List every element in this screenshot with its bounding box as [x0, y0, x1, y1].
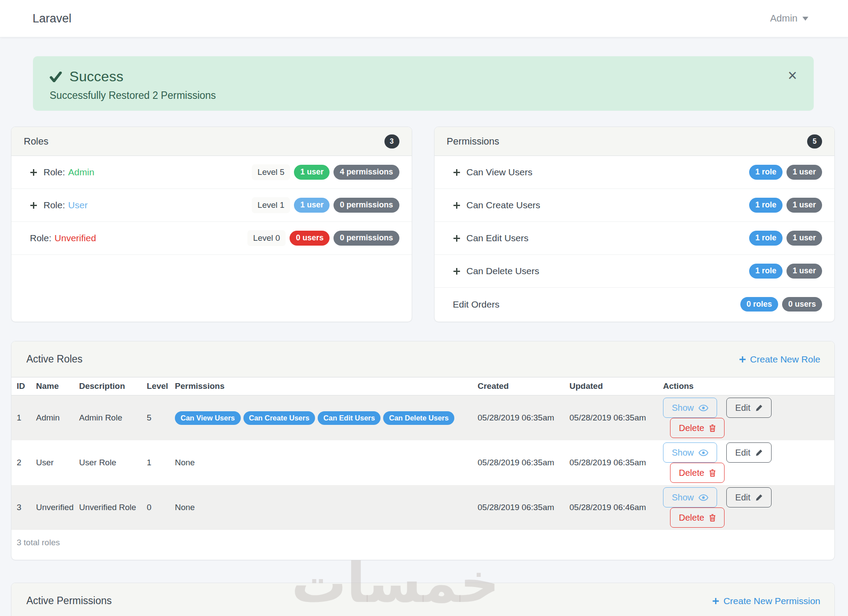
users-count-pill: 1 user: [294, 198, 330, 213]
trash-icon: [709, 469, 716, 477]
permission-name: Can Create Users: [467, 200, 540, 210]
users-count-pill: 1 user: [786, 231, 822, 246]
users-count-pill: 0 users: [782, 297, 822, 312]
role-row-unverified: Role: Unverified Level 0 0 users 0 permi…: [11, 222, 412, 255]
roles-card: Roles 3 Role: Admin Level 5 1 user 4 per…: [11, 127, 412, 322]
edit-button[interactable]: Edit: [726, 487, 771, 507]
cell-level: 5: [142, 395, 170, 441]
expand-plus-icon[interactable]: [453, 169, 460, 176]
col-permissions: Permissions: [170, 377, 473, 395]
expand-plus-icon[interactable]: [453, 235, 460, 242]
roles-count-pill: 0 roles: [740, 297, 778, 312]
cell-created: 05/28/2019 06:35am: [473, 395, 565, 441]
summary-cards-row: Roles 3 Role: Admin Level 5 1 user 4 per…: [11, 127, 835, 322]
page-content: Success Successfully Restored 2 Permissi…: [0, 56, 848, 616]
cell-permissions: Can View UsersCan Create UsersCan Edit U…: [170, 395, 473, 441]
permission-name: Edit Orders: [453, 299, 500, 310]
permission-row: Can View Users 1 role 1 user: [435, 156, 835, 189]
user-dropdown[interactable]: Admin: [770, 13, 808, 24]
users-count-pill: 1 user: [786, 165, 822, 180]
plus-icon: [739, 356, 746, 363]
users-count-pill: 1 user: [786, 264, 822, 279]
delete-button[interactable]: Delete: [670, 463, 725, 483]
permissions-card-header: Permissions 5: [435, 127, 835, 156]
active-roles-header: Active Roles Create New Role: [11, 341, 834, 377]
cell-updated: 05/28/2019 06:35am: [565, 395, 659, 441]
expand-plus-icon[interactable]: [453, 202, 460, 209]
cell-id: 1: [11, 395, 32, 441]
cell-actions: Show Edit Delete: [659, 395, 834, 441]
cell-permissions: None: [170, 440, 473, 485]
permission-pill: Can Create Users: [243, 411, 315, 425]
eye-icon: [699, 494, 708, 501]
show-button[interactable]: Show: [663, 487, 717, 507]
table-header-row: ID Name Description Level Permissions Cr…: [11, 377, 834, 395]
col-description: Description: [75, 377, 142, 395]
role-link-admin[interactable]: Admin: [68, 167, 94, 178]
permission-pill: Can Edit Users: [318, 411, 381, 425]
active-roles-table: ID Name Description Level Permissions Cr…: [11, 377, 834, 560]
roles-count-pill: 1 role: [749, 231, 783, 246]
col-name: Name: [32, 377, 75, 395]
permission-name: Can Delete Users: [467, 266, 540, 276]
alert-title: Success: [69, 69, 123, 85]
permission-row: Can Create Users 1 role 1 user: [435, 189, 835, 222]
role-prefix: Role:: [30, 233, 51, 243]
permissions-count-pill: 0 permissions: [333, 198, 399, 213]
close-icon[interactable]: ×: [788, 68, 797, 83]
role-link-user[interactable]: User: [68, 200, 87, 210]
active-permissions-card: Active Permissions Create New Permission…: [11, 583, 835, 616]
permission-name: Can Edit Users: [467, 233, 529, 243]
delete-button[interactable]: Delete: [670, 507, 725, 528]
permissions-card-title: Permissions: [447, 136, 500, 147]
roles-card-header: Roles 3: [11, 127, 412, 156]
level-badge: Level 1: [252, 197, 290, 213]
cell-name: Unverified: [32, 485, 75, 530]
trash-icon: [709, 514, 716, 522]
cell-updated: 05/28/2019 06:46am: [565, 485, 659, 530]
col-created: Created: [473, 377, 565, 395]
role-row-admin: Role: Admin Level 5 1 user 4 permissions: [11, 156, 412, 189]
expand-plus-icon[interactable]: [30, 202, 37, 209]
pencil-icon: [755, 404, 763, 412]
show-button[interactable]: Show: [663, 442, 717, 463]
active-roles-card: Active Roles Create New Role ID Name Des…: [11, 341, 835, 560]
permissions-card: Permissions 5 Can View Users 1 role 1 us…: [434, 127, 835, 322]
cell-created: 05/28/2019 06:35am: [473, 440, 565, 485]
create-new-role-link[interactable]: Create New Role: [739, 354, 820, 365]
create-new-permission-link[interactable]: Create New Permission: [712, 596, 820, 606]
total-roles-label: 3 total roles: [11, 530, 834, 560]
role-prefix: Role:: [43, 200, 65, 210]
table-row: 2 User User Role 1 None 05/28/2019 06:35…: [11, 440, 834, 485]
show-button[interactable]: Show: [663, 398, 717, 418]
users-count-pill: 1 user: [294, 165, 330, 180]
expand-plus-icon[interactable]: [453, 268, 460, 275]
eye-icon: [699, 449, 708, 456]
users-count-pill: 1 user: [786, 198, 822, 213]
roles-count-pill: 1 role: [749, 198, 783, 213]
cell-description: Unverified Role: [75, 485, 142, 530]
edit-button[interactable]: Edit: [726, 398, 771, 418]
table-row: 1 Admin Admin Role 5 Can View UsersCan C…: [11, 395, 834, 441]
cell-actions: Show Edit Delete: [659, 440, 834, 485]
expand-plus-icon[interactable]: [30, 169, 37, 176]
trash-icon: [709, 424, 716, 432]
cell-name: Admin: [32, 395, 75, 441]
app-brand[interactable]: Laravel: [33, 12, 72, 25]
edit-button[interactable]: Edit: [726, 442, 771, 463]
delete-button[interactable]: Delete: [670, 418, 725, 438]
cell-permissions: None: [170, 485, 473, 530]
permission-row: Edit Orders 0 roles 0 users: [435, 288, 835, 321]
pencil-icon: [755, 449, 763, 457]
check-icon: [50, 72, 62, 82]
alert-message: Successfully Restored 2 Permissions: [50, 90, 796, 101]
success-alert: Success Successfully Restored 2 Permissi…: [33, 56, 814, 111]
plus-icon: [712, 598, 719, 605]
cell-level: 1: [142, 440, 170, 485]
col-actions: Actions: [659, 377, 834, 395]
permissions-count-pill: 4 permissions: [333, 165, 399, 180]
role-link-unverified[interactable]: Unverified: [54, 233, 96, 243]
level-badge: Level 0: [247, 230, 286, 246]
role-prefix: Role:: [43, 167, 65, 178]
permissions-count-badge: 5: [807, 134, 822, 149]
